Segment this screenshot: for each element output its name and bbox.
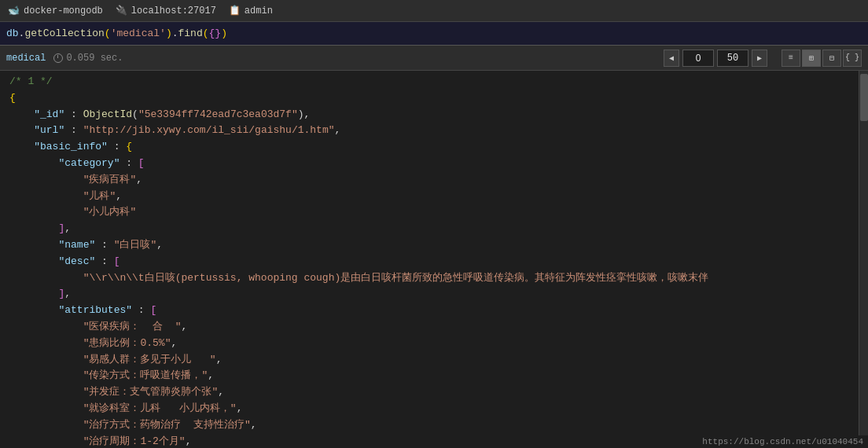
collection-label: medical — [6, 53, 46, 64]
pagination[interactable]: ◀ 50 ▶ — [664, 50, 767, 67]
attr-2: "患病比例：0.5%", — [0, 336, 859, 352]
desc-close: ], — [0, 286, 859, 303]
field-category: "category" : [ — [0, 156, 859, 172]
attr-1: "医保疾病： 合 ", — [0, 319, 859, 336]
view-buttons[interactable]: ≡ ⊞ ⊟ { } — [782, 50, 862, 67]
query-time: 0.059 sec. — [53, 53, 123, 64]
attr-6: "就诊科室：儿科 小儿内科，", — [0, 401, 859, 417]
title-db: 📋 admin — [229, 5, 273, 17]
query-text: db.getCollection('medical').find({}) — [6, 28, 227, 39]
desc-content: "\\r\\n\\t白日咳(pertussis, whooping cough)… — [0, 270, 859, 287]
scrollbar[interactable] — [859, 71, 868, 448]
attr-4: "传染方式：呼吸道传播，", — [0, 368, 859, 384]
docker-icon: 🐋 — [8, 5, 20, 17]
next-page-button[interactable]: ▶ — [752, 50, 767, 67]
category-3: "小儿内科" — [0, 204, 859, 221]
view-tree-button[interactable]: ⊟ — [822, 50, 841, 67]
comment-line: /* 1 */ — [0, 74, 859, 90]
field-name: "name" : "白日咳", — [0, 237, 859, 254]
view-json-button[interactable]: { } — [843, 50, 862, 67]
view-table-button[interactable]: ⊞ — [802, 50, 821, 67]
field-attributes: "attributes" : [ — [0, 303, 859, 319]
page-input[interactable] — [682, 50, 714, 67]
host-icon: 🔌 — [116, 5, 127, 17]
content-area: /* 1 */ { "_id" : ObjectId("5e3394ff742e… — [0, 71, 868, 448]
title-bar: 🐋 docker-mongodb 🔌 localhost:27017 📋 adm… — [0, 0, 868, 22]
field-id: "_id" : ObjectId("5e3394ff742ead7c3ea03d… — [0, 107, 859, 123]
field-url: "url" : "http://jib.xywy.com/il_sii/gais… — [0, 123, 859, 139]
open-brace: { — [0, 90, 859, 107]
field-basic-info: "basic_info" : { — [0, 139, 859, 156]
scrollbar-thumb[interactable] — [860, 74, 868, 121]
code-area[interactable]: /* 1 */ { "_id" : ObjectId("5e3394ff742e… — [0, 71, 859, 448]
view-list-button[interactable]: ≡ — [782, 50, 800, 67]
status-bar: https://blog.csdn.net/u01040454 — [697, 435, 868, 448]
db-icon: 📋 — [229, 5, 241, 17]
category-2: "儿科", — [0, 189, 859, 205]
title-host: 🔌 localhost:27017 — [116, 5, 216, 17]
toolbar: medical 0.059 sec. ◀ 50 ▶ ≡ ⊞ ⊟ { } — [0, 46, 868, 71]
field-desc: "desc" : [ — [0, 254, 859, 270]
category-1: "疾病百科", — [0, 172, 859, 189]
attr-3: "易感人群：多见于小儿 ", — [0, 352, 859, 369]
query-bar[interactable]: db.getCollection('medical').find({}) — [0, 22, 868, 46]
category-close: ], — [0, 221, 859, 237]
attr-7: "治疗方式：药物治疗 支持性治疗", — [0, 417, 859, 434]
attr-5: "并发症：支气管肺炎肺个张", — [0, 384, 859, 401]
clock-icon — [53, 53, 63, 63]
prev-page-button[interactable]: ◀ — [664, 50, 679, 67]
page-size: 50 — [717, 50, 748, 67]
title-docker: 🐋 docker-mongodb — [8, 5, 103, 17]
